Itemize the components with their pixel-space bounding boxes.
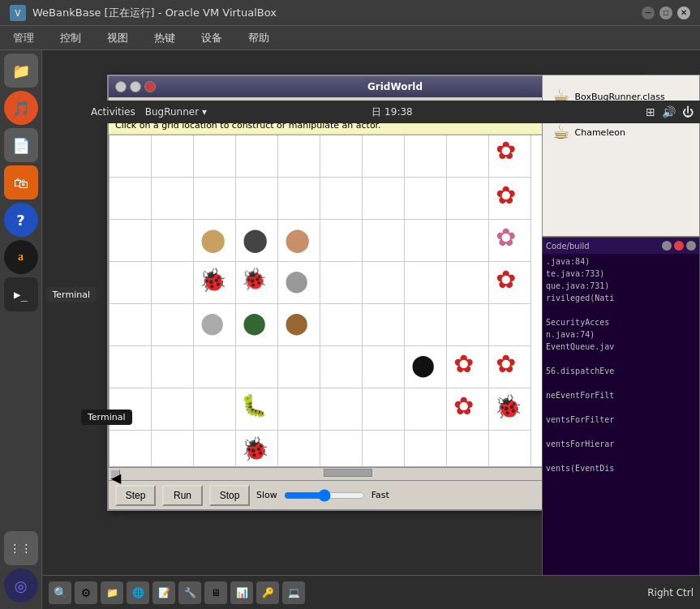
run-button[interactable]: Run — [162, 485, 203, 506]
grid-cell[interactable]: ✿ — [489, 178, 531, 220]
grid-cell[interactable] — [320, 346, 363, 388]
terminal-close-btn[interactable] — [674, 241, 684, 251]
taskbar-app-6[interactable]: 🔧 — [178, 581, 201, 604]
grid-cell[interactable]: ⬤ — [236, 304, 278, 346]
grid-cell[interactable] — [447, 178, 489, 220]
sidebar-item-music[interactable]: 🎵 — [4, 91, 38, 125]
grid-cell[interactable] — [405, 304, 447, 346]
grid-cell[interactable] — [110, 135, 152, 178]
grid-cell[interactable] — [405, 388, 447, 431]
stop-button[interactable]: Stop — [209, 485, 250, 506]
grid-cell[interactable] — [320, 262, 363, 304]
grid-cell[interactable] — [194, 388, 236, 431]
grid-cell[interactable] — [110, 346, 152, 388]
taskbar-app-8[interactable]: 📊 — [230, 581, 253, 604]
terminal-maximize-btn[interactable] — [686, 241, 696, 251]
grid-cell[interactable] — [110, 262, 152, 304]
grid-cell[interactable] — [236, 135, 278, 178]
grid-cell[interactable] — [110, 178, 152, 220]
grid-cell[interactable]: ✿ — [489, 135, 531, 178]
grid-cell[interactable] — [278, 135, 320, 178]
taskbar-app-3[interactable]: 📁 — [101, 581, 123, 604]
hscroll-thumb[interactable] — [324, 469, 372, 477]
grid-cell[interactable]: ⬤ — [278, 304, 320, 346]
power-icon[interactable]: ⏻ — [682, 105, 694, 118]
grid-cell[interactable]: 🐞 — [489, 388, 531, 431]
grid-cell[interactable] — [110, 431, 152, 467]
sidebar-item-writer[interactable]: 📄 — [4, 128, 38, 162]
sidebar-item-eclipse[interactable]: ◎ — [4, 568, 38, 603]
grid-cell[interactable] — [405, 135, 447, 178]
sidebar-item-apps[interactable]: ⋮⋮ — [4, 531, 38, 565]
grid-cell[interactable] — [405, 431, 447, 467]
menu-manage[interactable]: 管理 — [6, 29, 41, 47]
scroll-left-btn[interactable]: ◀ — [110, 470, 120, 479]
terminal-minimize-btn[interactable] — [662, 241, 672, 251]
grid-cell[interactable] — [405, 178, 447, 220]
grid-cell[interactable] — [152, 220, 194, 262]
grid-cell[interactable] — [363, 388, 405, 431]
grid-cell[interactable] — [447, 304, 489, 346]
grid-cell[interactable] — [110, 304, 152, 346]
maximize-button[interactable]: □ — [659, 6, 672, 19]
grid-cell[interactable]: ⬤ — [194, 220, 236, 262]
sidebar-item-help[interactable]: ? — [4, 203, 38, 237]
grid-cell[interactable] — [194, 431, 236, 467]
menu-view[interactable]: 视图 — [101, 29, 135, 47]
gw-minimize-btn[interactable] — [115, 81, 127, 92]
grid-cell[interactable] — [320, 135, 363, 178]
app-name-button[interactable]: BugRunner ▾ — [145, 106, 207, 118]
grid-cell[interactable] — [489, 431, 531, 467]
grid-cell[interactable]: ⬤ — [278, 220, 320, 262]
grid-cell[interactable] — [152, 178, 194, 220]
grid-cell[interactable] — [447, 431, 489, 467]
grid-cell[interactable]: ✿ — [489, 262, 531, 304]
activities-button[interactable]: Activities — [91, 106, 135, 118]
sidebar-item-files[interactable]: 📁 — [4, 54, 38, 88]
taskbar-app-7[interactable]: 🖥 — [204, 581, 227, 604]
grid-cell[interactable] — [194, 178, 236, 220]
close-button[interactable]: ✕ — [677, 6, 690, 19]
grid-cell[interactable]: 🐛 — [236, 388, 278, 431]
step-button[interactable]: Step — [115, 485, 156, 506]
grid-cell[interactable]: ⬤ — [194, 304, 236, 346]
grid-cell[interactable]: 🐞 — [194, 262, 236, 304]
minimize-button[interactable]: ─ — [642, 6, 655, 19]
taskbar-app-10[interactable]: 💻 — [282, 581, 305, 604]
grid-cell[interactable] — [320, 304, 363, 346]
grid-cell[interactable] — [320, 431, 363, 467]
taskbar-app-5[interactable]: 📝 — [152, 581, 175, 604]
gw-maximize-btn[interactable] — [130, 81, 141, 92]
grid-cell[interactable] — [363, 346, 405, 388]
sidebar-item-amazon[interactable]: a — [4, 240, 38, 274]
grid-cell[interactable] — [152, 346, 194, 388]
grid-cell[interactable]: 🐞 — [236, 431, 278, 467]
menu-device[interactable]: 设备 — [195, 29, 229, 47]
taskbar-app-4[interactable]: 🌐 — [127, 581, 149, 604]
grid-cell[interactable] — [363, 178, 405, 220]
grid-cell[interactable]: ✿ — [489, 346, 531, 388]
grid-cell[interactable]: ⬤ — [278, 262, 320, 304]
grid-cell[interactable] — [363, 431, 405, 467]
grid-cell[interactable] — [152, 304, 194, 346]
menu-hotkey[interactable]: 热键 — [148, 29, 182, 47]
sound-icon[interactable]: 🔊 — [662, 105, 676, 118]
menu-control[interactable]: 控制 — [54, 29, 88, 47]
grid-cell[interactable] — [320, 220, 363, 262]
grid-cell[interactable] — [278, 431, 320, 467]
grid-cell[interactable] — [152, 388, 194, 431]
sidebar-item-terminal[interactable]: ▶_ Terminal — [4, 277, 38, 311]
grid-cell[interactable]: ✿ — [489, 220, 531, 262]
taskbar-app-9[interactable]: 🔑 — [256, 581, 279, 604]
grid-cell[interactable] — [320, 388, 363, 431]
grid-cell[interactable]: ⬤ — [236, 220, 278, 262]
grid-cell[interactable] — [363, 304, 405, 346]
grid-cell[interactable] — [194, 346, 236, 388]
taskbar-app-1[interactable]: 🔍 — [49, 581, 71, 604]
grid-cell[interactable] — [489, 304, 531, 346]
grid-cell[interactable] — [363, 262, 405, 304]
grid-cell[interactable] — [320, 178, 363, 220]
taskbar-app-2[interactable]: ⚙ — [75, 581, 97, 604]
grid-cell[interactable] — [363, 220, 405, 262]
gw-close-btn[interactable] — [144, 81, 156, 92]
